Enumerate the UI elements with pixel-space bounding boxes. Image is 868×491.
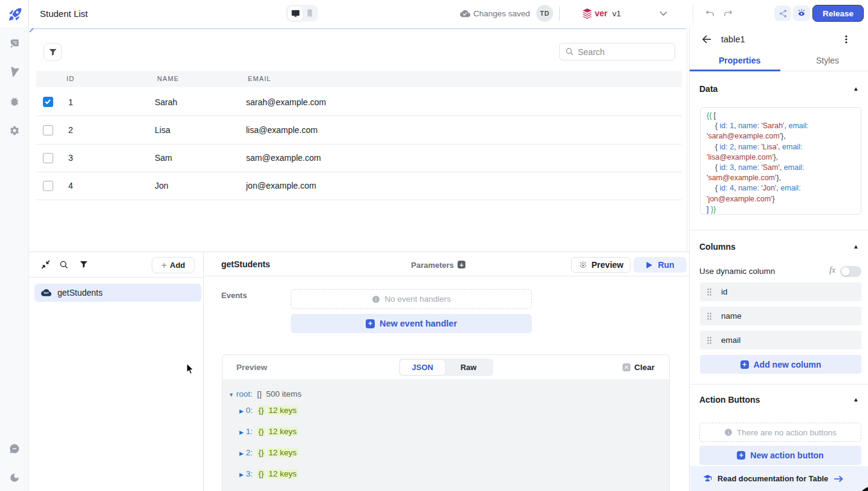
svg-text:REST: REST xyxy=(44,292,49,294)
